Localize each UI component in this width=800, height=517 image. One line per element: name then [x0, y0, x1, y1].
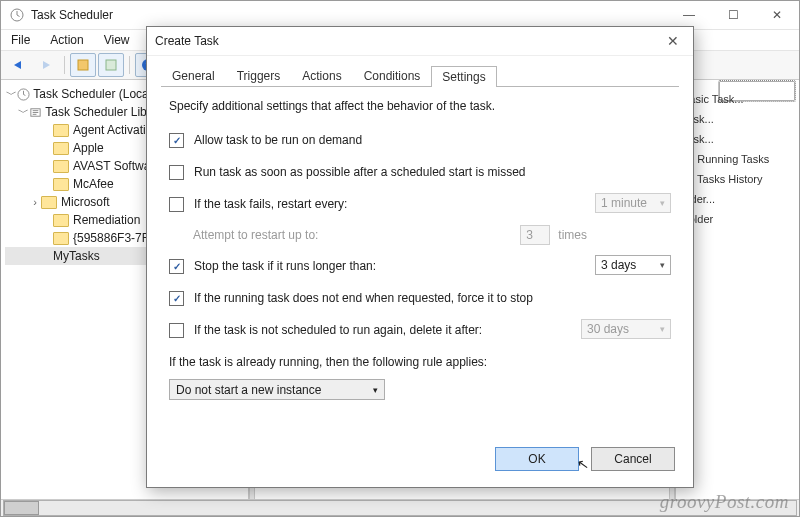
run-asap-label: Run task as soon as possible after a sch… [194, 165, 671, 179]
settings-description: Specify additional settings that affect … [169, 99, 671, 113]
delete-after-checkbox[interactable] [169, 323, 184, 338]
run-asap-checkbox[interactable] [169, 165, 184, 180]
action-item[interactable]: All Tasks History [682, 169, 793, 189]
menu-action[interactable]: Action [46, 32, 87, 48]
tree-item[interactable]: Microsoft [61, 195, 110, 209]
create-task-dialog: Create Task ✕ General Triggers Actions C… [146, 26, 694, 488]
tree-item[interactable]: Agent Activatio [73, 123, 152, 137]
menu-file[interactable]: File [7, 32, 34, 48]
forward-button[interactable] [33, 53, 59, 77]
delete-after-select: 30 days▾ [581, 319, 671, 339]
allow-on-demand-label: Allow task to be run on demand [194, 133, 671, 147]
action-item[interactable]: Basic Task... [682, 89, 793, 109]
action-item[interactable]: older... [682, 189, 793, 209]
watermark: groovyPost.com [660, 491, 789, 513]
attempt-label: Attempt to restart up to: [193, 228, 318, 242]
toolbar-icon-2[interactable] [98, 53, 124, 77]
task-scheduler-window: Task Scheduler — ☐ ✕ File Action View ? … [0, 0, 800, 517]
attempt-suffix: times [558, 228, 587, 242]
back-button[interactable] [5, 53, 31, 77]
tree-item[interactable]: Apple [73, 141, 104, 155]
cancel-button[interactable]: Cancel [591, 447, 675, 471]
tree-item[interactable]: McAfee [73, 177, 114, 191]
tree-lib[interactable]: Task Scheduler Lib [45, 105, 146, 119]
stop-long-select[interactable]: 3 days▾ [595, 255, 671, 275]
action-item[interactable]: Task... [682, 109, 793, 129]
dialog-title: Create Task [155, 34, 219, 48]
svg-rect-2 [106, 60, 116, 70]
tab-general[interactable]: General [161, 65, 226, 86]
minimize-button[interactable]: — [667, 1, 711, 29]
tree-item[interactable]: {595886F3-7FE [73, 231, 157, 245]
tab-actions[interactable]: Actions [291, 65, 352, 86]
force-stop-checkbox[interactable] [169, 291, 184, 306]
allow-on-demand-checkbox[interactable] [169, 133, 184, 148]
action-item[interactable]: All Running Tasks [682, 149, 793, 169]
attempt-count-input: 3 [520, 225, 550, 245]
tree-item-selected[interactable]: MyTasks [53, 249, 100, 263]
toolbar-icon-1[interactable] [70, 53, 96, 77]
rule-select[interactable]: Do not start a new instance▾ [169, 379, 385, 400]
rule-label: If the task is already running, then the… [169, 355, 671, 369]
fail-interval-select: 1 minute▾ [595, 193, 671, 213]
clock-icon [17, 88, 30, 101]
action-item[interactable]: Folder [682, 209, 793, 229]
tree-item[interactable]: Remediation [73, 213, 140, 227]
svg-rect-1 [78, 60, 88, 70]
ok-button[interactable]: OK [495, 447, 579, 471]
clock-icon [9, 7, 25, 23]
tab-settings[interactable]: Settings [431, 66, 496, 87]
close-button[interactable]: ✕ [755, 1, 799, 29]
cursor-icon: ↖ [576, 455, 591, 473]
dialog-close-button[interactable]: ✕ [653, 27, 693, 55]
tab-conditions[interactable]: Conditions [353, 65, 432, 86]
action-expand[interactable]: ▸ [682, 229, 793, 237]
action-item[interactable]: Task... [682, 129, 793, 149]
if-fails-checkbox[interactable] [169, 197, 184, 212]
stop-long-checkbox[interactable] [169, 259, 184, 274]
dialog-tabs: General Triggers Actions Conditions Sett… [147, 56, 693, 86]
tab-triggers[interactable]: Triggers [226, 65, 292, 86]
menu-view[interactable]: View [100, 32, 134, 48]
maximize-button[interactable]: ☐ [711, 1, 755, 29]
force-stop-label: If the running task does not end when re… [194, 291, 671, 305]
library-icon [29, 106, 42, 119]
window-title: Task Scheduler [31, 8, 667, 22]
tree-root[interactable]: Task Scheduler (Local [33, 87, 151, 101]
